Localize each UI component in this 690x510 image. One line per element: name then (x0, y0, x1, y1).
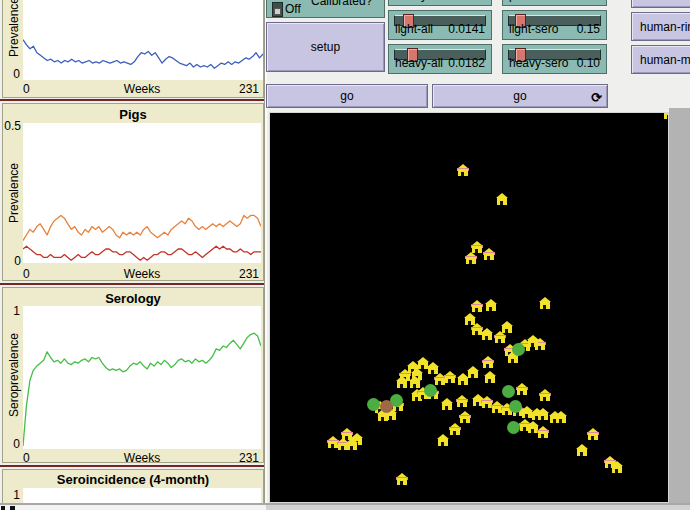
plot-serology: Serology Seroprevalence 1 0 0 Weeks 231 (2, 287, 264, 463)
bottom-strip-left (0, 505, 266, 510)
house-door (543, 397, 546, 401)
house-door (460, 403, 463, 407)
house-sprite (587, 428, 599, 441)
house-sprite (465, 252, 477, 265)
bottom-strip (0, 505, 690, 510)
house-door (476, 402, 479, 406)
house-door (543, 305, 546, 309)
house-door (475, 308, 478, 312)
house-door (486, 364, 489, 368)
separator-line (0, 465, 266, 467)
house-door (485, 336, 488, 340)
switch-toggle[interactable] (272, 2, 283, 17)
house-sprite (663, 112, 669, 120)
world-view[interactable] (269, 112, 669, 503)
human-rin-button-label: human-rin (640, 20, 690, 34)
pigs-ytick-0: 0 (3, 254, 21, 268)
separator-line (0, 99, 266, 101)
slider-label: heavy-sero (509, 56, 568, 70)
interface-background-strip (669, 108, 690, 510)
house-sprite (481, 328, 493, 341)
serology-plot-title: Serology (3, 291, 263, 306)
house-sprite (449, 423, 461, 436)
switch-state-label: Off (285, 2, 301, 16)
house-door (441, 442, 444, 446)
house-door (505, 411, 508, 415)
house-door (413, 384, 416, 388)
house-door (400, 481, 403, 485)
plot-prevalence: Prevalence 0 0 Weeks 231 (2, 0, 264, 98)
slider-label: heavy-inf (395, 0, 444, 2)
slider-heavy-inf[interactable]: heavy-inf0.0048 (388, 0, 492, 6)
side-button-partial[interactable] (631, 0, 690, 8)
slider-heavy-sero[interactable]: heavy-sero0.10 (502, 44, 607, 74)
house-door (520, 391, 523, 395)
column-divider (264, 0, 267, 510)
house-sprite (346, 438, 358, 451)
slider-value: 0.0141 (448, 22, 485, 36)
house-door (469, 260, 472, 264)
slider-value: 0.0182 (448, 56, 485, 70)
x-axis-label: Weeks (23, 451, 261, 465)
go-forever-button[interactable]: go ⟳ (432, 84, 608, 108)
house-sprite (555, 411, 567, 424)
forever-icon: ⟳ (591, 90, 602, 105)
xtick-max: 231 (239, 267, 259, 281)
house-sprite (396, 376, 408, 389)
switch-name-label: Calibrated? (311, 0, 372, 8)
prevalence-ytick-0: 0 (4, 67, 20, 81)
slider-label: light-all (395, 22, 433, 36)
house-door (350, 446, 353, 450)
calibrated-switch[interactable]: Off Calibrated? (266, 0, 385, 18)
house-door (531, 429, 534, 433)
switch-knob[interactable] (274, 8, 281, 15)
slider-phi2H[interactable]: phi2H0.0059 (502, 0, 607, 6)
pigs-heavy-line (23, 246, 261, 260)
house-sprite (441, 398, 453, 411)
pigs-plot-area (23, 123, 261, 263)
slider-label: phi2H (509, 0, 540, 2)
go-forever-button-label: go (513, 89, 526, 103)
house-sprite (611, 461, 623, 474)
house-sprite (456, 395, 468, 408)
house-door (541, 434, 544, 438)
human-rin-button[interactable]: human-rin (631, 12, 690, 41)
seroprevalence-line (23, 333, 261, 446)
slider-heavy-all[interactable]: heavy-all0.0182 (388, 44, 492, 74)
go-button[interactable]: go (266, 84, 428, 108)
house-sprite (539, 297, 551, 310)
house-door (500, 201, 503, 205)
human-ma-button[interactable]: human-ma (631, 45, 690, 74)
house-door (400, 384, 403, 388)
prevalence-plot-area (23, 0, 263, 80)
human-ma-button-label: human-ma (640, 53, 690, 67)
house-door (489, 307, 492, 311)
house-door (498, 339, 501, 343)
serology-ytick-max: 1 (4, 304, 20, 318)
prevalence-line-svg (23, 0, 263, 80)
house-sprite (501, 321, 513, 334)
house-door (471, 374, 474, 378)
green-circle-sprite (507, 421, 520, 434)
house-door (505, 329, 508, 333)
house-door (591, 436, 594, 440)
pigs-plot-title: Pigs (3, 107, 263, 122)
green-circle-sprite (367, 398, 380, 411)
serology-y-axis-label: Seroprevalence (7, 325, 21, 425)
house-sprite (485, 299, 497, 312)
setup-button[interactable]: setup (266, 22, 385, 72)
slider-light-all[interactable]: light-all0.0141 (388, 10, 492, 40)
slider-value: 0.0059 (563, 0, 600, 2)
house-door (453, 431, 456, 435)
slider-label: heavy-all (395, 56, 443, 70)
house-door (541, 416, 544, 420)
pigs-ytick-max: 0.5 (3, 119, 21, 133)
house-door (487, 256, 490, 260)
prevalence-line (23, 40, 263, 69)
slider-value: 0.0048 (448, 0, 485, 2)
slider-light-sero[interactable]: light-sero0.15 (502, 10, 607, 40)
house-door (667, 115, 669, 119)
house-sprite (484, 371, 496, 384)
slider-label: light-sero (509, 22, 558, 36)
house-door (341, 446, 344, 450)
